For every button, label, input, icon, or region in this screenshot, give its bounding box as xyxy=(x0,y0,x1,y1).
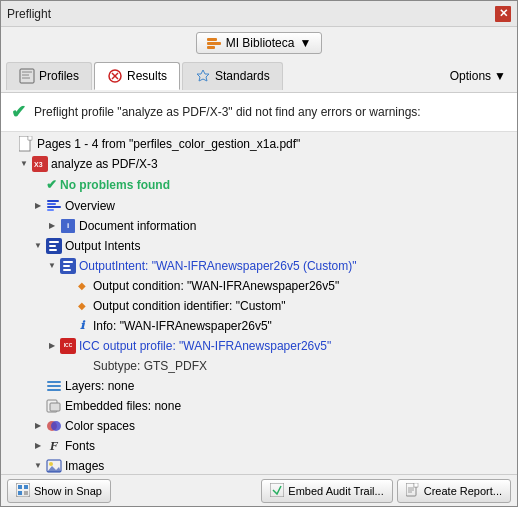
tree-item-icc[interactable]: ICC ICC output profile: "WAN-IFRAnewspap… xyxy=(5,336,513,356)
svg-text:X3: X3 xyxy=(34,161,43,168)
tree-item-outputintents[interactable]: Output Intents xyxy=(5,236,513,256)
svg-rect-40 xyxy=(414,483,418,487)
tab-profiles[interactable]: Profiles xyxy=(6,62,92,90)
embedded-icon xyxy=(46,398,62,414)
diamond-icon-conditionid: ◆ xyxy=(74,298,90,314)
check-green-icon: ✔ xyxy=(46,175,57,195)
pdfx3-label: analyze as PDF/X-3 xyxy=(51,155,158,173)
svg-rect-15 xyxy=(49,245,56,247)
results-icon xyxy=(107,68,123,84)
svg-rect-14 xyxy=(49,241,59,243)
tree-item-conditionid[interactable]: ◆ Output condition identifier: "Custom" xyxy=(5,296,513,316)
conditionid-label: Output condition identifier: "Custom" xyxy=(93,297,286,315)
tab-results-label: Results xyxy=(127,69,167,83)
svg-rect-36 xyxy=(24,491,28,495)
tree-item-pages[interactable]: Pages 1 - 4 from "perfiles_color_gestion… xyxy=(5,134,513,154)
tree-item-condition[interactable]: ◆ Output condition: "WAN-IFRAnewspaper26… xyxy=(5,276,513,296)
library-bar: MI Biblioteca ▼ xyxy=(1,27,517,59)
expand-fonts[interactable] xyxy=(33,440,43,452)
close-button[interactable]: ✕ xyxy=(495,6,511,22)
svg-rect-35 xyxy=(18,491,22,495)
layers-icon xyxy=(46,378,62,394)
library-dropdown-arrow: ▼ xyxy=(299,36,311,50)
create-report-button[interactable]: Create Report... xyxy=(397,479,511,503)
overview-label: Overview xyxy=(65,197,115,215)
tab-profiles-label: Profiles xyxy=(39,69,79,83)
expand-colorspaces[interactable] xyxy=(33,420,43,432)
layers-label: Layers: none xyxy=(65,377,134,395)
tab-standards-label: Standards xyxy=(215,69,270,83)
docinfo-label: Document information xyxy=(79,217,196,235)
colorspaces-icon xyxy=(46,418,62,434)
icc-label: ICC output profile: "WAN-IFRAnewspaper26… xyxy=(79,337,331,355)
library-chart-icon xyxy=(207,38,221,49)
images-icon xyxy=(46,458,62,474)
svg-rect-10 xyxy=(28,136,32,140)
preflight-window: Preflight ✕ MI Biblioteca ▼ Profiles xyxy=(0,0,518,507)
svg-rect-16 xyxy=(49,249,57,251)
tree-item-info[interactable]: ℹ Info: "WAN-IFRAnewspaper26v5" xyxy=(5,316,513,336)
embed-audit-label: Embed Audit Trail... xyxy=(288,485,383,497)
show-snap-button[interactable]: Show in Snap xyxy=(7,479,111,503)
show-snap-icon xyxy=(16,483,30,499)
expand-pdfx3[interactable] xyxy=(19,158,29,170)
info-icon: ℹ xyxy=(74,318,90,334)
embed-audit-button[interactable]: Embed Audit Trail... xyxy=(261,479,392,503)
tree-content[interactable]: Pages 1 - 4 from "perfiles_color_gestion… xyxy=(1,132,517,474)
tree-item-layers[interactable]: Layers: none xyxy=(5,376,513,396)
tree-item-colorspaces[interactable]: Color spaces xyxy=(5,416,513,436)
create-report-icon xyxy=(406,483,420,499)
window-title: Preflight xyxy=(7,7,51,21)
svg-marker-30 xyxy=(47,466,61,472)
svg-rect-34 xyxy=(24,485,28,489)
tree-item-pdfx3[interactable]: X3 analyze as PDF/X-3 xyxy=(5,154,513,174)
svg-rect-33 xyxy=(18,485,22,489)
pages-label: Pages 1 - 4 from "perfiles_color_gestion… xyxy=(37,135,300,153)
svg-point-27 xyxy=(51,421,61,431)
svg-rect-18 xyxy=(63,261,73,263)
info-label: Info: "WAN-IFRAnewspaper26v5" xyxy=(93,317,272,335)
page-icon xyxy=(18,136,34,152)
icc-icon: ICC xyxy=(60,338,76,354)
status-bar: ✔ Preflight profile "analyze as PDF/X-3"… xyxy=(1,93,517,132)
library-dropdown-button[interactable]: MI Biblioteca ▼ xyxy=(196,32,323,54)
embed-audit-icon xyxy=(270,483,284,499)
svg-rect-23 xyxy=(47,389,61,391)
outputintents-icon xyxy=(46,238,62,254)
svg-rect-19 xyxy=(63,265,70,267)
tree-view: Pages 1 - 4 from "perfiles_color_gestion… xyxy=(1,132,517,474)
tree-item-docinfo[interactable]: i Document information xyxy=(5,216,513,236)
tab-standards[interactable]: Standards xyxy=(182,62,283,90)
expand-icc[interactable] xyxy=(47,340,57,352)
svg-point-29 xyxy=(49,462,53,466)
expand-outputintents[interactable] xyxy=(33,240,43,252)
options-button[interactable]: Options ▼ xyxy=(444,66,512,86)
library-label: MI Biblioteca xyxy=(226,36,295,50)
tree-item-noproblems: ✔ No problems found xyxy=(5,174,513,196)
tree-item-fonts[interactable]: F Fonts xyxy=(5,436,513,456)
embedded-label: Embedded files: none xyxy=(65,397,181,415)
diamond-icon-condition: ◆ xyxy=(74,278,90,294)
options-label: Options xyxy=(450,69,491,83)
svg-rect-0 xyxy=(20,69,34,83)
show-snap-label: Show in Snap xyxy=(34,485,102,497)
svg-marker-7 xyxy=(197,70,209,81)
subtype-label: Subtype: GTS_PDFX xyxy=(93,357,207,375)
condition-label: Output condition: "WAN-IFRAnewspaper26v5… xyxy=(93,277,339,295)
options-arrow-icon: ▼ xyxy=(494,69,506,83)
expand-overview[interactable] xyxy=(33,200,43,212)
status-check-icon: ✔ xyxy=(11,101,26,123)
tree-item-outputintent[interactable]: OutputIntent: "WAN-IFRAnewspaper26v5 (Cu… xyxy=(5,256,513,276)
bottom-bar: Show in Snap Embed Audit Trail... xyxy=(1,474,517,506)
expand-outputintent[interactable] xyxy=(47,260,57,272)
standards-icon xyxy=(195,68,211,84)
tree-item-overview[interactable]: Overview xyxy=(5,196,513,216)
pdfx3-icon: X3 xyxy=(32,156,48,172)
svg-rect-25 xyxy=(50,403,60,411)
expand-images[interactable] xyxy=(33,460,43,472)
tree-item-images[interactable]: Images xyxy=(5,456,513,475)
tree-item-embedded[interactable]: Embedded files: none xyxy=(5,396,513,416)
expand-docinfo[interactable] xyxy=(47,220,57,232)
tab-results[interactable]: Results xyxy=(94,62,180,90)
title-bar: Preflight ✕ xyxy=(1,1,517,27)
